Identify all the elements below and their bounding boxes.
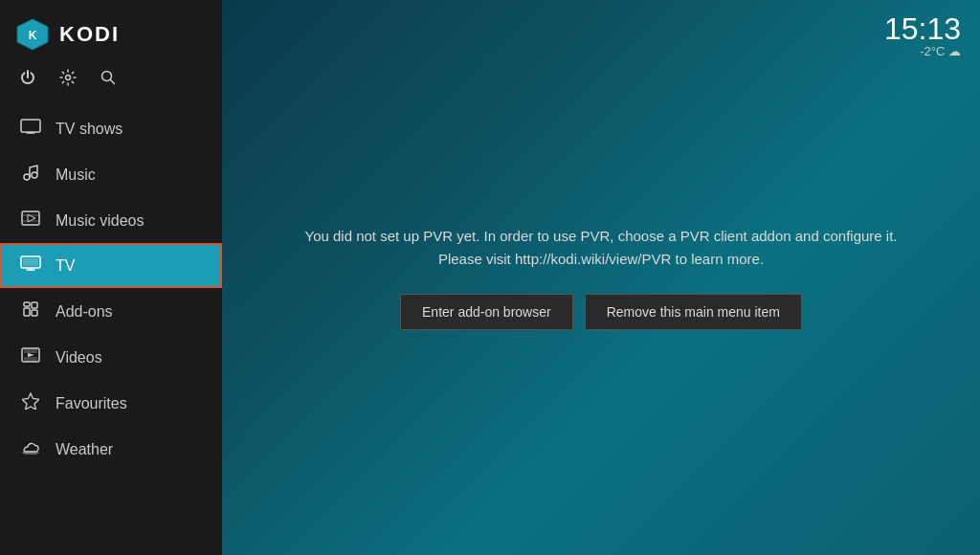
clock-weather: -2°C ☁ bbox=[884, 44, 961, 58]
svg-rect-12 bbox=[32, 302, 37, 308]
pvr-message-line1: You did not set up PVR yet. In order to … bbox=[305, 228, 898, 244]
pvr-message-line2: Please visit http://kodi.wiki/view/PVR t… bbox=[438, 251, 764, 267]
pvr-area: You did not set up PVR yet. In order to … bbox=[222, 0, 980, 555]
svg-marker-16 bbox=[28, 353, 34, 357]
sidebar-item-music-label: Music bbox=[56, 166, 96, 184]
sidebar-item-weather[interactable]: Weather bbox=[0, 427, 222, 472]
icon-bar bbox=[0, 61, 222, 106]
sidebar-item-tv-label: TV bbox=[56, 257, 75, 275]
music-videos-icon bbox=[19, 211, 42, 231]
svg-text:K: K bbox=[29, 29, 37, 42]
sidebar-item-tv-shows-label: TV shows bbox=[56, 121, 122, 138]
addons-icon bbox=[19, 300, 42, 322]
svg-rect-4 bbox=[21, 120, 40, 132]
pvr-message: You did not set up PVR yet. In order to … bbox=[305, 225, 898, 271]
music-icon bbox=[19, 164, 42, 186]
sidebar-item-favourites-label: Favourites bbox=[56, 395, 127, 412]
svg-rect-13 bbox=[32, 310, 37, 316]
pvr-buttons: Enter add-on browser Remove this main me… bbox=[400, 294, 802, 330]
svg-marker-17 bbox=[22, 393, 39, 410]
tv-icon bbox=[19, 255, 42, 276]
settings-icon[interactable] bbox=[59, 69, 77, 91]
kodi-logo-icon: K bbox=[15, 17, 50, 52]
svg-point-6 bbox=[32, 172, 37, 178]
tv-shows-icon bbox=[19, 119, 42, 139]
svg-point-5 bbox=[24, 174, 30, 180]
sidebar-item-favourites[interactable]: Favourites bbox=[0, 380, 222, 427]
power-icon[interactable] bbox=[19, 69, 36, 91]
clock-area: 15:13 -2°C ☁ bbox=[884, 13, 961, 58]
sidebar-item-tv-shows[interactable]: TV shows bbox=[0, 106, 222, 151]
svg-rect-14 bbox=[24, 302, 30, 306]
sidebar-item-music[interactable]: Music bbox=[0, 151, 222, 198]
svg-rect-11 bbox=[24, 308, 30, 316]
main-content: 15:13 -2°C ☁ You did not set up PVR yet.… bbox=[222, 0, 980, 555]
clock-time: 15:13 bbox=[884, 13, 961, 44]
app-title: KODI bbox=[59, 22, 120, 47]
logo-area: K KODI bbox=[0, 0, 222, 61]
sidebar-item-weather-label: Weather bbox=[56, 441, 113, 458]
svg-rect-10 bbox=[23, 258, 38, 266]
sidebar-item-tv[interactable]: TV bbox=[0, 243, 222, 288]
svg-point-2 bbox=[66, 76, 71, 80]
remove-menu-item-button[interactable]: Remove this main menu item bbox=[585, 294, 802, 330]
sidebar-item-addons-label: Add-ons bbox=[56, 303, 113, 321]
sidebar-item-videos[interactable]: Videos bbox=[0, 335, 222, 380]
sidebar-item-addons[interactable]: Add-ons bbox=[0, 288, 222, 335]
sidebar-item-videos-label: Videos bbox=[56, 349, 102, 366]
weather-icon bbox=[19, 439, 42, 459]
favourites-icon bbox=[19, 392, 42, 414]
sidebar-item-music-videos-label: Music videos bbox=[56, 212, 144, 230]
enter-addon-browser-button[interactable]: Enter add-on browser bbox=[400, 294, 573, 330]
sidebar-item-music-videos[interactable]: Music videos bbox=[0, 198, 222, 243]
search-icon[interactable] bbox=[100, 69, 117, 91]
sidebar: K KODI bbox=[0, 0, 222, 555]
videos-icon bbox=[19, 347, 42, 367]
svg-rect-7 bbox=[22, 211, 39, 225]
